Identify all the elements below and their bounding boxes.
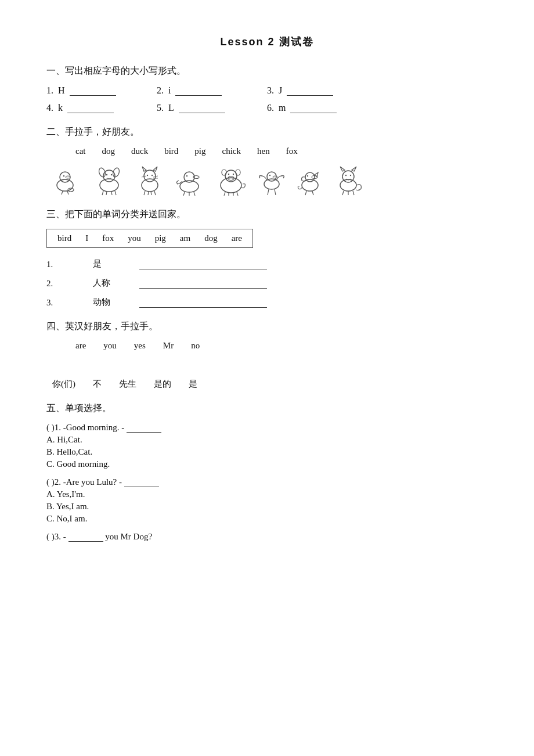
q1-stem: ( )1. -Good morning. -	[46, 423, 488, 433]
svg-line-54	[268, 189, 269, 195]
item-num-3: 3.	[267, 85, 274, 96]
svg-point-49	[233, 174, 234, 175]
svg-point-51	[267, 172, 276, 181]
section1-row1: 1. H 2. i 3. J	[46, 85, 488, 96]
section-3: 三、把下面的单词分类并送回家。 bird I fox you pig am do…	[46, 208, 488, 308]
q1-optC: C. Good morning.	[46, 459, 488, 469]
svg-point-36	[186, 175, 187, 177]
word-pig: pig	[194, 146, 205, 156]
item-num-2: 2.	[157, 85, 164, 96]
item-letter-3: J	[279, 85, 282, 96]
word-hen: hen	[257, 146, 270, 156]
svg-line-69	[342, 191, 344, 195]
classify-label-2: 人称	[93, 278, 134, 289]
svg-line-23	[151, 192, 151, 195]
word-dog: dog	[102, 146, 115, 156]
page-title: Lesson 2 测试卷	[46, 35, 488, 49]
q1-optA-text: Hi,Cat.	[57, 435, 82, 444]
classify-label-1: 是	[93, 258, 134, 269]
en-word-0: are	[75, 341, 86, 351]
q2-num: ( )2.	[46, 477, 61, 487]
q1-optA: A. Hi,Cat.	[46, 435, 488, 445]
section4-english: are you yes Mr no	[75, 341, 488, 351]
q1-optC-letter: C.	[46, 459, 55, 469]
word-chick: chick	[222, 146, 241, 156]
classify-row-2: 2. 人称	[46, 278, 488, 289]
en-word-4: no	[191, 341, 200, 351]
word-bird: bird	[164, 146, 178, 156]
box-word-1: I	[85, 233, 88, 243]
svg-point-48	[228, 174, 229, 175]
fill-line-3	[287, 85, 333, 96]
q1-optB-text: Hello,Cat.	[57, 447, 93, 456]
fill-line-6	[290, 103, 337, 113]
svg-point-9	[98, 167, 107, 178]
section-2: 二、手拉手，好朋友。 cat dog duck bird pig chick h…	[46, 126, 488, 196]
item-num-6: 6.	[267, 103, 274, 113]
section3-title: 三、把下面的单词分类并送回家。	[46, 208, 488, 221]
svg-point-0	[57, 179, 73, 191]
q1-optB-letter: B.	[46, 447, 55, 456]
svg-line-4	[67, 191, 68, 195]
fill-line-4	[67, 103, 114, 113]
q2-optB-letter: B.	[46, 502, 55, 511]
animal-duck-svg	[173, 165, 208, 196]
svg-point-26	[151, 175, 153, 176]
svg-point-60	[307, 175, 308, 177]
fill-line-5	[179, 103, 225, 113]
animal-hen-svg	[295, 165, 327, 196]
word-fox: fox	[286, 146, 298, 156]
word-cat: cat	[75, 146, 85, 156]
cn-word-4: 是	[189, 379, 197, 390]
svg-marker-65	[340, 167, 345, 171]
section2-wordlist: cat dog duck bird pig chick hen fox	[75, 146, 488, 156]
q3-blank	[68, 532, 103, 542]
svg-line-55	[275, 189, 276, 195]
animal-bird-svg	[255, 165, 289, 196]
animal-chick-svg	[52, 165, 86, 196]
classify-fill-3	[139, 297, 267, 308]
svg-point-42	[222, 170, 226, 175]
q1-optB: B. Hello,Cat.	[46, 447, 488, 457]
svg-point-10	[112, 167, 121, 178]
svg-line-44	[224, 192, 225, 196]
section-5: 五、单项选择。 ( )1. -Good morning. - A. Hi,Cat…	[46, 402, 488, 542]
svg-point-50	[264, 179, 279, 189]
box-word-7: are	[232, 233, 242, 243]
section-4: 四、英汉好朋友，手拉手。 are you yes Mr no 你(们) 不 先生…	[46, 321, 488, 390]
animal-cat-svg	[134, 165, 167, 196]
animal-pig-svg	[214, 165, 250, 196]
svg-point-1	[60, 172, 70, 182]
cn-word-1: 不	[93, 379, 102, 390]
box-word-2: fox	[102, 233, 114, 243]
q2-optA-text: Yes,I'm.	[57, 489, 85, 499]
svg-line-71	[353, 191, 354, 195]
q2-stem: ( )2. -Are you Lulu? -	[46, 477, 488, 487]
svg-point-63	[340, 179, 356, 191]
svg-point-7	[100, 179, 118, 192]
cn-word-0: 你(们)	[52, 379, 75, 390]
q2-optC: C. No,I am.	[46, 514, 488, 524]
fill-item-3: 3. J	[267, 85, 360, 96]
box-word-6: dog	[204, 233, 218, 243]
section1-title: 一、写出相应字母的大小写形式。	[46, 65, 488, 77]
svg-line-3	[62, 191, 63, 195]
fill-item-4: 4. k	[46, 103, 139, 113]
animal-fox-svg	[333, 165, 366, 196]
section1-row2: 4. k 5. L 6. m	[46, 103, 488, 113]
svg-line-33	[183, 192, 185, 196]
item-num-1: 1.	[46, 85, 53, 96]
q2-optC-letter: C.	[46, 514, 55, 523]
section2-title: 二、手拉手，好朋友。	[46, 126, 488, 138]
fill-item-6: 6. m	[267, 103, 360, 113]
svg-marker-20	[153, 167, 157, 171]
fill-item-1: 1. H	[46, 85, 139, 96]
q1-blank	[127, 423, 161, 433]
q2-blank	[124, 478, 159, 487]
svg-line-21	[144, 191, 145, 195]
item-letter-5: L	[168, 103, 174, 113]
svg-point-39	[228, 177, 234, 181]
svg-marker-19	[142, 167, 146, 171]
svg-point-37	[221, 178, 241, 193]
svg-point-52	[273, 176, 277, 178]
